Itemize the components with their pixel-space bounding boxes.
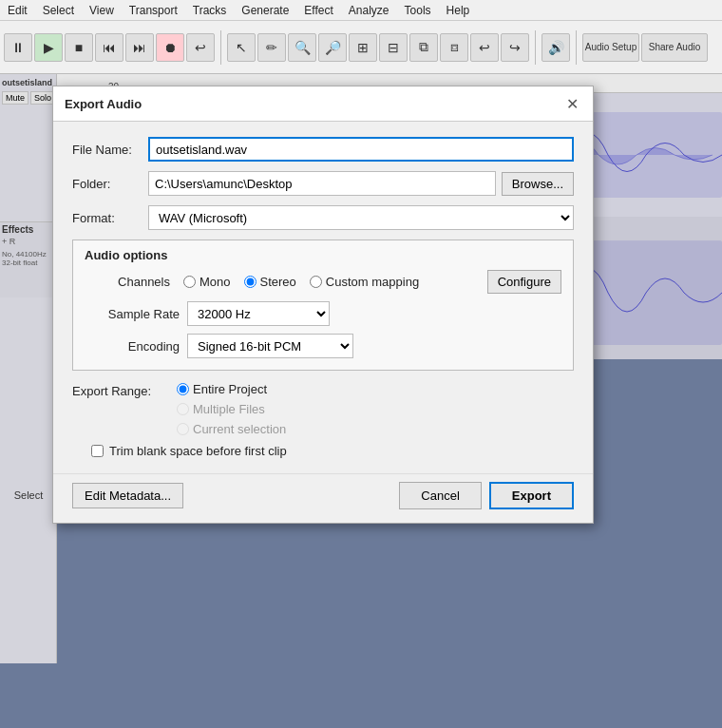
menu-analyze[interactable]: Analyze	[345, 2, 393, 19]
menu-effect[interactable]: Effect	[300, 2, 336, 19]
trim-checkbox[interactable]	[91, 445, 104, 457]
share-audio-button[interactable]: Share Audio	[641, 33, 708, 62]
custom-mapping-radio[interactable]	[310, 276, 322, 288]
browse-button[interactable]: Browse...	[502, 172, 574, 196]
sample-rate-label: Sample Rate	[85, 307, 180, 321]
mute-button[interactable]: Mute	[2, 91, 28, 105]
audio-setup-button[interactable]: Audio Setup	[582, 33, 639, 62]
sample-rate-row: Sample Rate 8000 Hz 11025 Hz 16000 Hz 22…	[85, 301, 561, 326]
gain-info: + R	[2, 237, 55, 246]
menu-generate[interactable]: Generate	[238, 2, 293, 19]
toolbar-separator	[220, 30, 221, 65]
file-name-row: File Name:	[72, 137, 574, 162]
zoom-out-button[interactable]: 🔎	[318, 33, 347, 62]
redo-button[interactable]: ↪	[501, 33, 529, 62]
custom-mapping-option[interactable]: Custom mapping	[310, 275, 419, 289]
dialog-close-button[interactable]: ✕	[562, 94, 581, 113]
skip-end-button[interactable]: ⏭	[125, 33, 154, 62]
export-audio-dialog: Export Audio ✕ File Name: Folder: Browse…	[52, 86, 594, 524]
menu-view[interactable]: View	[86, 2, 118, 19]
mono-radio[interactable]	[183, 276, 196, 288]
zoom-in-button[interactable]: 🔍	[288, 33, 316, 62]
file-name-input[interactable]	[148, 137, 574, 162]
track-name: outsetisland	[0, 74, 56, 89]
multiple-files-option[interactable]: Multiple Files	[177, 402, 286, 416]
cancel-button[interactable]: Cancel	[399, 482, 481, 509]
record-button[interactable]: ⏺	[156, 33, 184, 62]
zoom-toggle[interactable]: ⊟	[379, 33, 408, 62]
folder-row: Folder: Browse...	[72, 171, 574, 196]
channels-row: Channels Mono Stereo Custom mapping	[85, 270, 561, 294]
footer-right: Cancel Export	[399, 482, 574, 509]
format-select[interactable]: WAV (Microsoft) AIFF (Apple) FLAC MP3	[148, 205, 574, 230]
toolbar-separator-3	[576, 30, 577, 65]
dialog-footer: Edit Metadata... Cancel Export	[53, 473, 593, 523]
export-button[interactable]: Export	[489, 482, 574, 509]
trim-label: Trim blank space before first clip	[109, 444, 287, 458]
dialog-title-bar: Export Audio ✕	[53, 86, 593, 122]
format-row: Format: WAV (Microsoft) AIFF (Apple) FLA…	[72, 205, 574, 230]
stereo-radio[interactable]	[244, 276, 256, 288]
entire-project-label: Entire Project	[193, 382, 267, 396]
draw-tool[interactable]: ✏	[257, 33, 286, 62]
menu-help[interactable]: Help	[443, 2, 474, 19]
encoding-row: Encoding Signed 16-bit PCM Signed 24-bit…	[85, 334, 561, 358]
effects-label: Effects	[2, 224, 55, 235]
entire-project-option[interactable]: Entire Project	[177, 382, 286, 396]
trim-row: Trim blank space before first clip	[91, 444, 574, 458]
encoding-select[interactable]: Signed 16-bit PCM Signed 24-bit PCM Sign…	[187, 334, 353, 358]
channels-label: Channels	[85, 275, 170, 289]
multiple-files-radio[interactable]	[177, 403, 189, 415]
volume-button[interactable]: 🔊	[542, 33, 570, 62]
undo-button[interactable]: ↩	[470, 33, 499, 62]
select-label: Select	[14, 489, 44, 501]
audio-options-section: Audio options Channels Mono Stereo Cus	[72, 239, 574, 371]
menu-bar: Edit Select View Transport Tracks Genera…	[0, 0, 722, 21]
export-range-section: Export Range: Entire Project Multiple Fi…	[72, 382, 574, 436]
menu-transport[interactable]: Transport	[125, 2, 181, 19]
encoding-label: Encoding	[85, 339, 180, 354]
cursor-tool[interactable]: ↖	[227, 33, 256, 62]
toolbar-separator-2	[535, 30, 536, 65]
stop-button[interactable]: ■	[65, 33, 93, 62]
entire-project-radio[interactable]	[177, 383, 189, 395]
track-info: No, 44100Hz32-bit float	[2, 250, 55, 267]
stereo-label: Stereo	[260, 275, 296, 289]
trim-zoom-in[interactable]: ⧉	[409, 33, 438, 62]
custom-mapping-label: Custom mapping	[326, 275, 419, 289]
folder-label: Folder:	[72, 177, 148, 191]
track-controls: Mute Solo	[0, 89, 56, 106]
export-range-label: Export Range:	[72, 382, 177, 398]
current-selection-option[interactable]: Current selection	[177, 422, 286, 436]
fit-button[interactable]: ⊞	[349, 33, 377, 62]
mono-label: Mono	[200, 275, 231, 289]
loop-button[interactable]: ↩	[186, 33, 215, 62]
range-options: Entire Project Multiple Files Current se…	[177, 382, 286, 436]
mono-option[interactable]: Mono	[183, 275, 231, 289]
play-button[interactable]: ▶	[34, 33, 63, 62]
select-bar[interactable]: Select	[0, 484, 57, 507]
trim-zoom-out[interactable]: ⧈	[440, 33, 468, 62]
stereo-option[interactable]: Stereo	[244, 275, 296, 289]
sample-rate-select[interactable]: 8000 Hz 11025 Hz 16000 Hz 22050 Hz 32000…	[187, 301, 330, 326]
current-selection-radio[interactable]	[177, 423, 189, 435]
configure-button[interactable]: Configure	[487, 270, 561, 294]
menu-edit[interactable]: Edit	[4, 2, 31, 19]
footer-left: Edit Metadata...	[72, 483, 183, 508]
dialog-title: Export Audio	[65, 97, 142, 111]
format-label: Format:	[72, 211, 148, 225]
menu-tracks[interactable]: Tracks	[189, 2, 231, 19]
menu-tools[interactable]: Tools	[401, 2, 435, 19]
menu-select[interactable]: Select	[39, 2, 78, 19]
effects-panel: Effects + R No, 44100Hz32-bit float	[0, 221, 57, 297]
file-name-label: File Name:	[72, 143, 148, 157]
dialog-body: File Name: Folder: Browse... Format: WAV…	[53, 122, 593, 473]
side-panel: outsetisland Mute Solo Effects + R No, 4…	[0, 74, 57, 663]
pause-button[interactable]: ⏸	[4, 33, 32, 62]
channels-radio-group: Mono Stereo Custom mapping	[183, 275, 419, 289]
edit-metadata-button[interactable]: Edit Metadata...	[72, 483, 183, 508]
multiple-files-label: Multiple Files	[193, 402, 265, 416]
current-selection-label: Current selection	[193, 422, 286, 436]
skip-start-button[interactable]: ⏮	[95, 33, 124, 62]
folder-input[interactable]	[148, 171, 496, 196]
